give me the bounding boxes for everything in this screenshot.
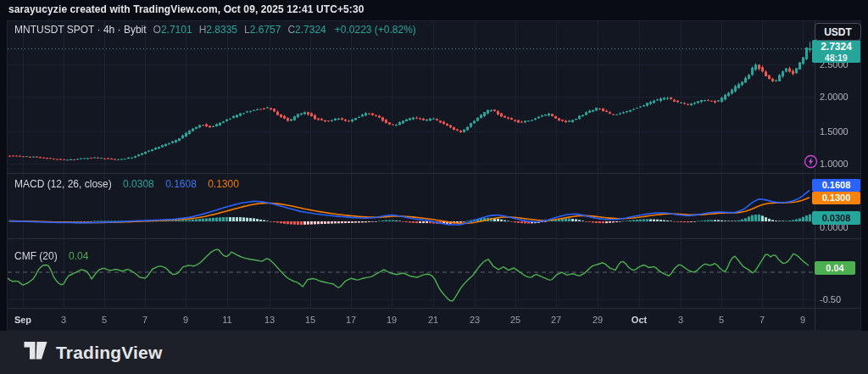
tradingview-logo-icon[interactable]	[24, 342, 47, 363]
macd-signal-badge: 0.1300	[812, 192, 860, 204]
symbol-title[interactable]: MNTUSDT SPOT · 4h · Bybit	[14, 24, 147, 36]
open-value: 2.7101	[161, 24, 192, 36]
time-tick-label: 11	[222, 315, 231, 325]
high-value: 2.8335	[206, 24, 237, 36]
last-price-value: 2.7324	[812, 41, 860, 53]
cmf-title[interactable]: CMF (20)	[14, 250, 58, 262]
currency-toggle-button[interactable]: USDT	[815, 23, 861, 41]
footer: TradingView	[0, 331, 868, 374]
time-tick-label: Oct	[632, 315, 647, 325]
time-tick-label: 7	[142, 315, 147, 325]
price-axis[interactable]: 2.7324 48:19 0.1608 0.1300 0.0308 0.04 2…	[815, 20, 861, 331]
price-tick-label: 2.0000	[820, 92, 849, 102]
cmf-value: 0.04	[69, 250, 88, 262]
time-tick-label: 19	[387, 315, 397, 325]
cmf-badge: 0.04	[815, 261, 855, 275]
time-tick-label: 27	[551, 315, 561, 325]
macd-legend[interactable]: MACD (12, 26, close) 0.0308 0.1608 0.130…	[14, 178, 239, 190]
time-tick-label: 17	[346, 315, 356, 325]
high-label: H	[199, 24, 207, 36]
time-tick-label: 23	[470, 315, 480, 325]
close-label: C	[287, 24, 295, 36]
macd-line-value: 0.1608	[165, 178, 197, 190]
time-tick-label: 13	[264, 315, 275, 325]
quick-trade-bolt-icon[interactable]	[804, 154, 818, 169]
macd-signal-value: 0.1300	[208, 178, 239, 190]
price-tick-label: 1.0000	[820, 159, 849, 169]
macd-title[interactable]: MACD	[14, 178, 44, 190]
macd-hist-badge: 0.0308	[812, 211, 860, 225]
time-tick-label: 3	[61, 315, 66, 325]
time-tick-label: 29	[593, 315, 603, 325]
bar-countdown: 48:19	[812, 53, 860, 63]
symbol-legend[interactable]: MNTUSDT SPOT · 4h · BybitO2.7101H2.8335L…	[14, 24, 416, 36]
time-tick-label: 9	[800, 315, 805, 325]
time-tick-label: 15	[305, 315, 315, 325]
cmf-tick-label: -0.50	[820, 294, 841, 304]
time-tick-label: 3	[678, 315, 683, 325]
macd-hist-value: 0.0308	[123, 178, 154, 190]
low-value: 2.6757	[250, 24, 281, 36]
close-value: 2.7324	[295, 24, 326, 36]
change-value: +0.0223 (+0.82%)	[335, 24, 416, 36]
time-tick-label: 5	[719, 315, 724, 325]
macd-line-badge: 0.1608	[812, 179, 860, 192]
tradingview-wordmark[interactable]: TradingView	[56, 343, 163, 363]
macd-params: (12, 26, close)	[47, 178, 112, 190]
time-tick-label: Sep	[14, 315, 31, 325]
cmf-legend[interactable]: CMF (20) 0.04	[14, 250, 88, 262]
header-attribution: sarayucyzie created with TradingView.com…	[8, 3, 364, 15]
low-label: L	[244, 24, 250, 36]
open-label: O	[153, 24, 161, 36]
time-tick-label: 25	[510, 315, 520, 325]
time-tick-label: 21	[428, 315, 438, 325]
last-price-badge: 2.7324 48:19	[812, 40, 860, 63]
time-tick-label: 7	[760, 315, 765, 325]
time-tick-label: 5	[102, 315, 107, 325]
time-axis[interactable]: Sep357911131517192123252729Oct3579	[7, 309, 815, 331]
time-tick-label: 9	[183, 315, 188, 325]
price-tick-label: 1.5000	[820, 126, 849, 137]
